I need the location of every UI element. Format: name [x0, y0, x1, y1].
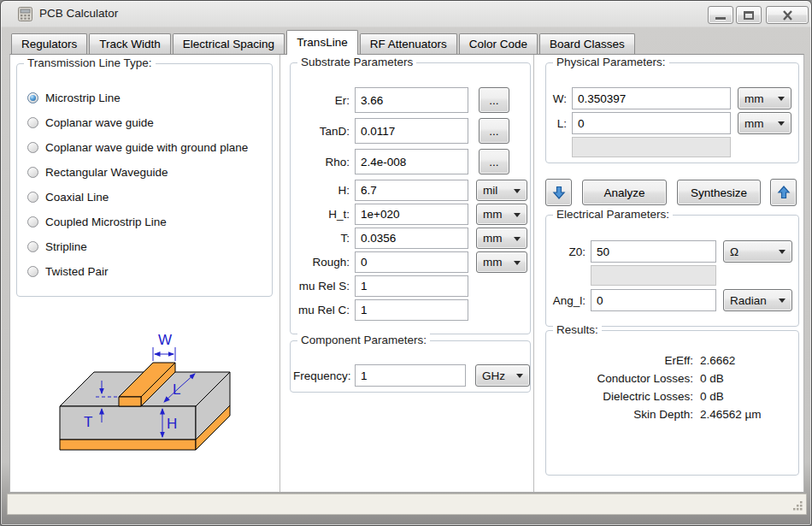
h-input[interactable] — [355, 180, 468, 201]
ht-unit-select[interactable]: mm — [476, 204, 527, 225]
radio-label: Twisted Pair — [45, 265, 109, 278]
radio-icon — [27, 142, 38, 153]
svg-text:H: H — [167, 416, 177, 432]
radio-microstrip-line[interactable]: Microstrip Line — [27, 89, 272, 106]
result-conductor-losses: Conductor Losses: 0 dB — [546, 369, 798, 387]
radio-icon — [27, 92, 38, 103]
frequency-unit-select[interactable]: GHz — [475, 364, 530, 387]
w-label: W: — [551, 92, 567, 105]
tab-color-code[interactable]: Color Code — [459, 33, 538, 54]
z0-extra-field — [591, 265, 716, 286]
tab-track-width[interactable]: Track Width — [89, 33, 171, 54]
radio-twisted-pair[interactable]: Twisted Pair — [27, 263, 272, 280]
t-unit-select[interactable]: mm — [476, 228, 527, 249]
chevron-down-icon — [778, 121, 785, 126]
radio-rectangular-waveguide[interactable]: Rectangular Waveguide — [27, 163, 272, 180]
radio-label: Coplanar wave guide — [45, 116, 154, 129]
rho-values-button[interactable]: ... — [479, 149, 509, 174]
mu-rel-c-input[interactable] — [355, 299, 468, 321]
radio-coaxial-line[interactable]: Coaxial Line — [27, 188, 272, 205]
tab-strip: Regulators Track Width Electrical Spacin… — [11, 29, 637, 54]
analyze-button[interactable]: Analyze — [582, 180, 667, 205]
radio-icon — [27, 241, 38, 252]
substrate-parameters-group: Substrate Parameters Er: ... TanD: ... R… — [290, 62, 531, 334]
tand-label: TanD: — [293, 125, 350, 138]
rough-unit-select[interactable]: mm — [476, 251, 527, 273]
synthesize-button[interactable]: Synthesize — [677, 180, 761, 205]
h-row: H: mil — [291, 180, 530, 201]
tand-values-button[interactable]: ... — [479, 118, 509, 144]
mu-rel-s-input[interactable] — [355, 275, 468, 297]
title-bar[interactable]: PCB Calculator — [1, 1, 811, 27]
column-separator — [279, 55, 280, 492]
radio-icon — [27, 167, 38, 178]
window-title: PCB Calculator — [39, 7, 118, 20]
t-label: T: — [293, 232, 350, 245]
rough-input[interactable] — [355, 251, 468, 273]
chevron-down-icon — [514, 261, 521, 265]
rho-row: Rho: ... — [291, 149, 530, 174]
frequency-input[interactable] — [355, 364, 466, 387]
chevron-down-icon — [778, 97, 785, 101]
ht-row: H_t: mm — [291, 204, 530, 225]
microstrip-diagram: W L H T — [56, 324, 233, 461]
results-group: Results: ErEff: 2.6662 Conductor Losses:… — [545, 330, 799, 476]
physical-parameters-group: Physical Parameters: W: mm L: mm — [545, 62, 799, 163]
mu-rel-s-label: mu Rel S: — [293, 280, 350, 293]
w-unit-select[interactable]: mm — [738, 87, 791, 109]
tab-transline[interactable]: TransLine — [286, 30, 358, 55]
rho-input[interactable] — [355, 149, 468, 174]
l-input[interactable] — [572, 112, 731, 134]
group-title: Results: — [553, 323, 602, 336]
radio-icon — [27, 266, 38, 277]
resize-grip[interactable] — [792, 500, 803, 511]
radio-coplanar-wave-guide-ground-plane[interactable]: Coplanar wave guide with ground plane — [27, 139, 272, 156]
calculator-icon — [18, 7, 32, 21]
result-value: 2.6662 — [700, 352, 735, 369]
tab-rf-attenuators[interactable]: RF Attenuators — [360, 33, 457, 54]
close-button[interactable] — [766, 6, 809, 24]
radio-label: Stripline — [45, 240, 87, 253]
tab-regulators[interactable]: Regulators — [11, 33, 87, 54]
maximize-button[interactable] — [736, 6, 762, 24]
radio-label: Coaxial Line — [45, 191, 109, 204]
radio-label: Microstrip Line — [45, 92, 121, 104]
er-input[interactable] — [355, 87, 468, 113]
z0-unit-select[interactable]: Ω — [723, 240, 792, 263]
minimize-button[interactable] — [708, 6, 733, 24]
l-row: L: mm — [546, 112, 798, 134]
rough-label: Rough: — [293, 256, 350, 269]
t-input[interactable] — [355, 228, 468, 249]
chevron-down-icon — [779, 250, 786, 254]
result-ereff: ErEff: 2.6662 — [546, 352, 798, 369]
er-values-button[interactable]: ... — [479, 87, 509, 113]
radio-coupled-microstrip-line[interactable]: Coupled Microstrip Line — [27, 213, 272, 230]
result-label: Skin Depth: — [546, 405, 693, 423]
z0-input[interactable] — [591, 240, 716, 263]
result-dielectric-losses: Dielectric Losses: 0 dB — [546, 387, 798, 405]
down-arrow-button[interactable] — [545, 179, 572, 206]
radio-icon — [27, 192, 38, 203]
tab-board-classes[interactable]: Board Classes — [539, 33, 635, 54]
radio-icon — [27, 117, 38, 128]
h-unit-select[interactable]: mil — [476, 180, 527, 201]
minimize-icon — [715, 17, 726, 20]
rough-row: Rough: mm — [291, 251, 530, 273]
tand-input[interactable] — [355, 118, 468, 144]
down-arrow-icon — [551, 185, 567, 200]
radio-stripline[interactable]: Stripline — [27, 238, 272, 255]
close-icon — [782, 10, 793, 21]
result-value: 0 dB — [700, 387, 724, 405]
ang-l-unit-select[interactable]: Radian — [723, 289, 792, 311]
radio-coplanar-wave-guide[interactable]: Coplanar wave guide — [27, 114, 272, 131]
svg-text:T: T — [84, 414, 92, 430]
ang-l-input[interactable] — [591, 289, 716, 311]
tab-electrical-spacing[interactable]: Electrical Spacing — [173, 33, 285, 54]
w-input[interactable] — [572, 87, 731, 109]
l-unit-select[interactable]: mm — [738, 112, 791, 134]
radio-label: Rectangular Waveguide — [45, 166, 168, 179]
up-arrow-button[interactable] — [770, 179, 797, 206]
result-label: Dielectric Losses: — [546, 387, 693, 405]
mu-rel-s-row: mu Rel S: — [291, 275, 530, 297]
ht-input[interactable] — [355, 204, 468, 225]
